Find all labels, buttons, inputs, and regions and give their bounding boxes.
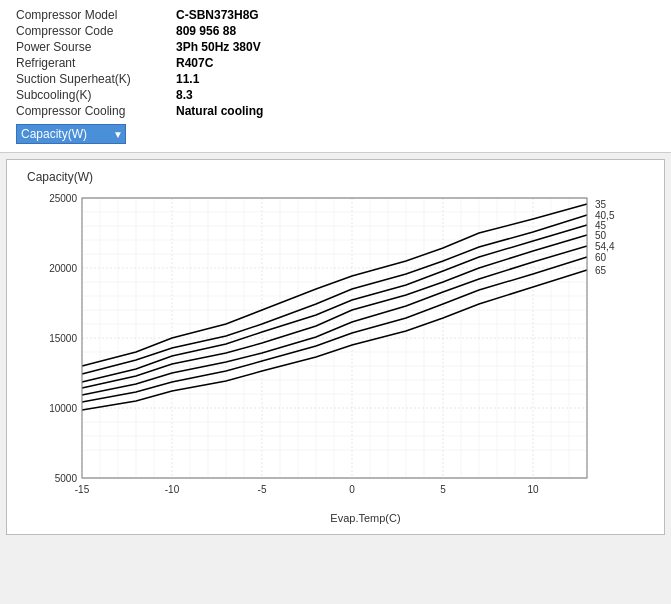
- svg-text:10000: 10000: [49, 403, 77, 414]
- info-value: C-SBN373H8G: [176, 8, 259, 22]
- chart-svg: 5000 10000 15000 20000 25000 -15 -10 -5 …: [27, 188, 637, 508]
- svg-text:10: 10: [527, 484, 539, 495]
- svg-text:-5: -5: [258, 484, 267, 495]
- dropdown-row: Capacity(W)Power Input(W)COP ▼: [16, 124, 655, 144]
- svg-text:5000: 5000: [55, 473, 78, 484]
- svg-text:65: 65: [595, 265, 607, 276]
- info-row: Compressor ModelC-SBN373H8G: [16, 8, 655, 22]
- svg-text:60: 60: [595, 252, 607, 263]
- svg-text:54,4: 54,4: [595, 241, 615, 252]
- info-panel: Compressor ModelC-SBN373H8GCompressor Co…: [0, 0, 671, 153]
- svg-text:-10: -10: [165, 484, 180, 495]
- chart-type-dropdown-wrapper[interactable]: Capacity(W)Power Input(W)COP ▼: [16, 124, 126, 144]
- info-label: Power Sourse: [16, 40, 176, 54]
- chart-container: Capacity(W): [6, 159, 665, 535]
- svg-text:0: 0: [349, 484, 355, 495]
- svg-text:50: 50: [595, 230, 607, 241]
- info-label: Suction Superheat(K): [16, 72, 176, 86]
- info-row: RefrigerantR407C: [16, 56, 655, 70]
- info-label: Refrigerant: [16, 56, 176, 70]
- chart-title: Capacity(W): [17, 170, 664, 184]
- x-axis-label: Evap.Temp(C): [67, 512, 664, 524]
- info-row: Compressor CoolingNatural cooling: [16, 104, 655, 118]
- svg-text:20000: 20000: [49, 263, 77, 274]
- info-label: Compressor Cooling: [16, 104, 176, 118]
- info-value: 3Ph 50Hz 380V: [176, 40, 261, 54]
- svg-text:5: 5: [440, 484, 446, 495]
- info-label: Compressor Model: [16, 8, 176, 22]
- info-value: 809 956 88: [176, 24, 236, 38]
- info-label: Compressor Code: [16, 24, 176, 38]
- info-row: Power Sourse3Ph 50Hz 380V: [16, 40, 655, 54]
- info-row: Compressor Code809 956 88: [16, 24, 655, 38]
- svg-text:-15: -15: [75, 484, 90, 495]
- info-value: Natural cooling: [176, 104, 263, 118]
- svg-text:35: 35: [595, 199, 607, 210]
- info-row: Suction Superheat(K)11.1: [16, 72, 655, 86]
- info-value: 11.1: [176, 72, 199, 86]
- info-value: R407C: [176, 56, 213, 70]
- info-row: Subcooling(K)8.3: [16, 88, 655, 102]
- chart-type-dropdown[interactable]: Capacity(W)Power Input(W)COP: [16, 124, 126, 144]
- chart-area: 5000 10000 15000 20000 25000 -15 -10 -5 …: [27, 188, 637, 508]
- info-value: 8.3: [176, 88, 193, 102]
- svg-text:15000: 15000: [49, 333, 77, 344]
- info-label: Subcooling(K): [16, 88, 176, 102]
- svg-text:25000: 25000: [49, 193, 77, 204]
